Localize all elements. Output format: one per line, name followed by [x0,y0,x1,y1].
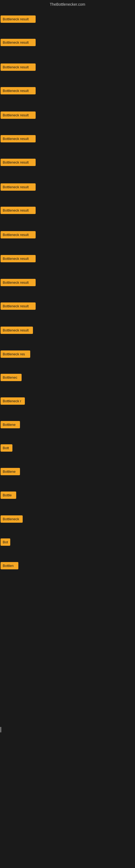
list-item[interactable]: Bottleneck result [1,16,36,23]
list-item[interactable]: Bottleneck result [1,255,36,262]
list-item[interactable]: Bottleneck [1,516,23,523]
list-item[interactable]: Bott [1,444,12,452]
list-item[interactable]: Bottleneck result [1,231,36,239]
list-item[interactable]: Bottleneck result [1,159,36,166]
list-item[interactable]: Bottleneck result [1,112,36,119]
list-item[interactable]: Bottleneck result [1,279,36,286]
site-title: TheBottlenecker.com [50,2,85,6]
list-item[interactable]: Bottlen [1,562,18,569]
list-item[interactable]: Bottleneck r [1,397,25,405]
list-item[interactable]: Bottlenec [1,374,21,381]
list-item[interactable]: Bottleneck result [1,39,36,46]
list-item[interactable]: Bottleneck result [1,135,36,143]
list-item[interactable]: Bottleneck result [1,327,33,334]
list-item[interactable]: Bottleneck result [1,303,36,310]
text-cursor [1,727,1,733]
list-item[interactable]: Bot [1,538,10,546]
list-item[interactable]: Bottleneck result [1,183,36,191]
list-item[interactable]: Bottlene [1,468,20,475]
list-item[interactable]: Bottlene [1,421,20,428]
list-item[interactable]: Bottleneck result [1,63,36,71]
list-item[interactable]: Bottle [1,492,16,499]
list-item[interactable]: Bottleneck result [1,87,36,94]
site-header: TheBottlenecker.com [0,0,135,8]
page-wrapper: TheBottlenecker.com Bottleneck resultBot… [0,0,135,868]
list-item[interactable]: Bottleneck result [1,207,36,214]
list-item[interactable]: Bottleneck res [1,350,30,358]
